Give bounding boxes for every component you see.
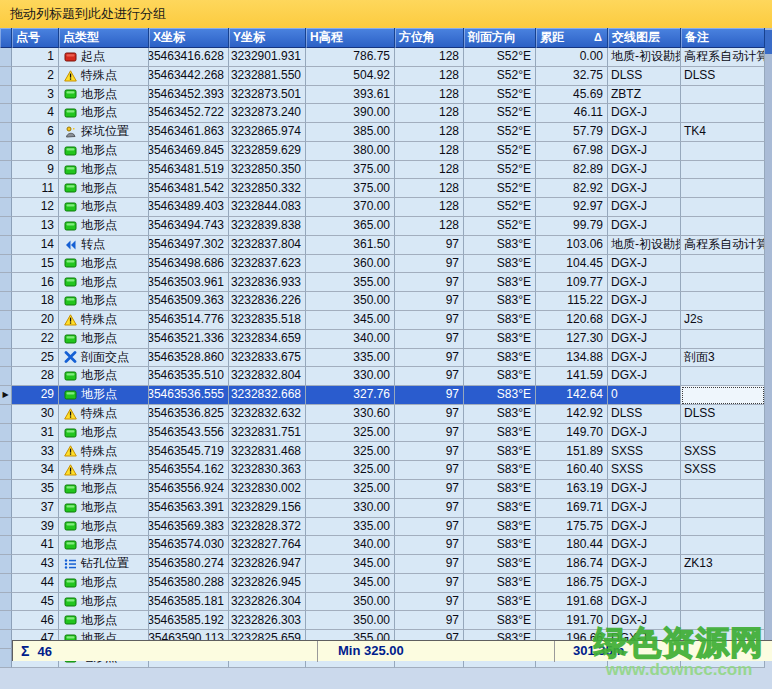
cell-type[interactable]: 地形点 (59, 593, 149, 612)
cell-dist[interactable]: 191.68 (536, 593, 608, 612)
cell-type[interactable]: 转点 (59, 236, 149, 255)
cell-az[interactable]: 97 (395, 311, 464, 330)
cell-remark[interactable] (681, 86, 765, 105)
table-row[interactable]: 9地形点35463481.5193232850.350375.00128S52°… (0, 161, 765, 180)
column-header-id[interactable]: 点号 (12, 28, 59, 48)
row-indicator-cell[interactable] (0, 367, 12, 386)
row-indicator-cell[interactable] (0, 123, 12, 142)
cell-dist[interactable]: 99.79 (536, 217, 608, 236)
cell-dir[interactable]: S83°E (464, 593, 536, 612)
cell-y[interactable]: 3232830.002 (229, 480, 306, 499)
cell-dist[interactable]: 186.75 (536, 574, 608, 593)
cell-id[interactable]: 28 (12, 367, 59, 386)
cell-dist[interactable]: 142.64 (536, 386, 608, 405)
cell-id[interactable]: 15 (12, 255, 59, 274)
cell-az[interactable]: 97 (395, 461, 464, 480)
row-indicator-cell[interactable] (0, 442, 12, 461)
cell-type[interactable]: 地形点 (59, 518, 149, 537)
cell-type[interactable]: 地形点 (59, 86, 149, 105)
cell-x[interactable]: 35463469.845 (149, 142, 229, 161)
table-row[interactable]: 28地形点35463535.5103232832.804330.0097S83°… (0, 367, 765, 386)
cell-az[interactable]: 128 (395, 161, 464, 180)
cell-dir[interactable]: S83°E (464, 480, 536, 499)
cell-az[interactable]: 97 (395, 480, 464, 499)
cell-remark[interactable]: 高程系自动计算 (681, 48, 765, 67)
cell-dir[interactable]: S83°E (464, 236, 536, 255)
row-indicator-cell[interactable] (0, 536, 12, 555)
cell-y[interactable]: 3232873.501 (229, 86, 306, 105)
row-indicator-cell[interactable] (0, 48, 12, 67)
cell-remark[interactable] (681, 330, 765, 349)
cell-layer[interactable]: DGX-J (608, 611, 681, 630)
cell-h[interactable]: 325.00 (306, 480, 395, 499)
column-header-h[interactable]: H高程 (306, 28, 395, 48)
cell-h[interactable]: 340.00 (306, 330, 395, 349)
cell-remark[interactable]: DLSS (681, 67, 765, 86)
cell-h[interactable]: 335.00 (306, 349, 395, 368)
cell-dir[interactable]: S83°E (464, 536, 536, 555)
row-indicator-cell[interactable] (0, 574, 12, 593)
cell-type[interactable]: 地形点 (59, 536, 149, 555)
cell-dir[interactable]: S52°E (464, 86, 536, 105)
cell-dir[interactable]: S52°E (464, 179, 536, 198)
cell-layer[interactable]: DGX-J (608, 424, 681, 443)
cell-layer[interactable]: 地质-初设勘探 (608, 236, 681, 255)
cell-dist[interactable]: 115.22 (536, 292, 608, 311)
cell-layer[interactable]: DGX-J (608, 574, 681, 593)
table-row[interactable]: 2特殊点35463442.2683232881.550504.92128S52°… (0, 67, 765, 86)
cell-id[interactable]: 43 (12, 555, 59, 574)
cell-y[interactable]: 3232850.350 (229, 161, 306, 180)
table-row[interactable]: 3地形点35463452.3933232873.501393.61128S52°… (0, 86, 765, 105)
group-by-panel[interactable]: 拖动列标题到此处进行分组 (0, 0, 772, 28)
cell-h[interactable]: 345.00 (306, 574, 395, 593)
cell-dir[interactable]: S83°E (464, 405, 536, 424)
cell-layer[interactable]: DGX-J (608, 330, 681, 349)
cell-h[interactable]: 361.50 (306, 236, 395, 255)
cell-h[interactable]: 350.00 (306, 593, 395, 612)
cell-x[interactable]: 35463543.556 (149, 424, 229, 443)
cell-az[interactable]: 97 (395, 236, 464, 255)
table-row[interactable]: 4地形点35463452.7223232873.240390.00128S52°… (0, 104, 765, 123)
row-indicator-cell[interactable] (0, 104, 12, 123)
cell-remark[interactable] (681, 574, 765, 593)
cell-x[interactable]: 35463498.686 (149, 255, 229, 274)
cell-az[interactable]: 97 (395, 518, 464, 537)
cell-type[interactable]: 地形点 (59, 499, 149, 518)
cell-layer[interactable]: DGX-J (608, 273, 681, 292)
cell-dist[interactable]: 151.89 (536, 442, 608, 461)
row-indicator-cell[interactable] (0, 630, 12, 649)
cell-dir[interactable]: S83°E (464, 499, 536, 518)
cell-layer[interactable]: 0 (608, 386, 681, 405)
table-row[interactable]: 35地形点35463556.9243232830.002325.0097S83°… (0, 480, 765, 499)
cell-layer[interactable]: DLSS (608, 405, 681, 424)
cell-az[interactable]: 97 (395, 255, 464, 274)
cell-h[interactable]: 350.00 (306, 611, 395, 630)
vertical-scrollbar[interactable] (765, 28, 772, 640)
cell-dist[interactable]: 103.06 (536, 236, 608, 255)
table-row[interactable]: 8地形点35463469.8453232859.629380.00128S52°… (0, 142, 765, 161)
cell-dir[interactable]: S52°E (464, 142, 536, 161)
cell-x[interactable]: 35463554.162 (149, 461, 229, 480)
cell-id[interactable]: 13 (12, 217, 59, 236)
cell-id[interactable]: 39 (12, 518, 59, 537)
cell-dist[interactable]: 92.97 (536, 198, 608, 217)
cell-y[interactable]: 3232828.372 (229, 518, 306, 537)
cell-id[interactable]: 3 (12, 86, 59, 105)
cell-remark[interactable]: ZK13 (681, 555, 765, 574)
cell-y[interactable]: 3232844.083 (229, 198, 306, 217)
column-header-type[interactable]: 点类型 (59, 28, 149, 48)
cell-h[interactable]: 327.76 (306, 386, 395, 405)
cell-h[interactable]: 345.00 (306, 311, 395, 330)
cell-h[interactable]: 350.00 (306, 292, 395, 311)
table-row[interactable]: 43钻孔位置35463580.2743232826.947345.0097S83… (0, 555, 765, 574)
cell-dist[interactable]: 45.69 (536, 86, 608, 105)
cell-h[interactable]: 380.00 (306, 142, 395, 161)
cell-remark[interactable]: 剖面3 (681, 349, 765, 368)
cell-az[interactable]: 97 (395, 330, 464, 349)
cell-id[interactable]: 46 (12, 611, 59, 630)
cell-id[interactable]: 31 (12, 424, 59, 443)
cell-dist[interactable]: 169.71 (536, 499, 608, 518)
row-indicator-cell[interactable] (0, 67, 12, 86)
cell-h[interactable]: 385.00 (306, 123, 395, 142)
cell-dir[interactable]: S52°E (464, 161, 536, 180)
